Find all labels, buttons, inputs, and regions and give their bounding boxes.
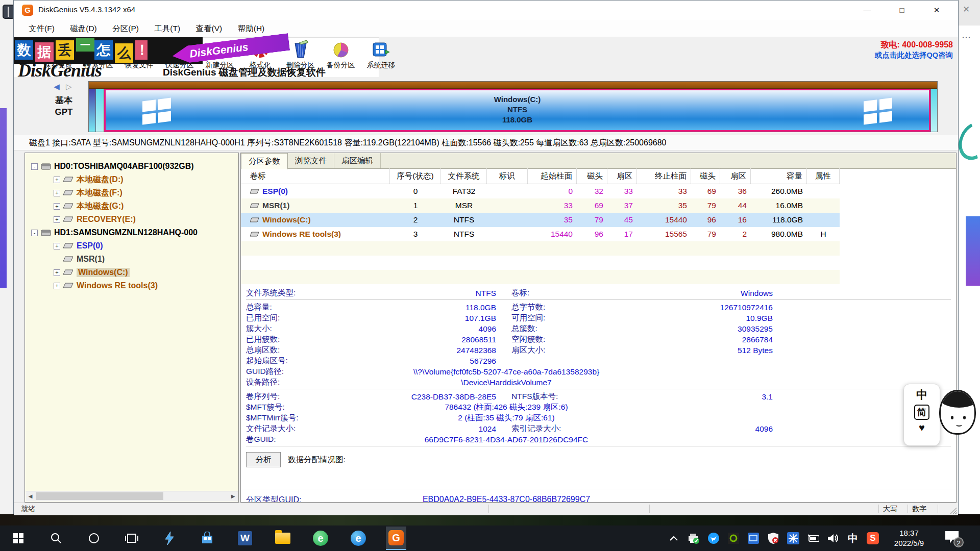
table-row-esp[interactable]: ESP(0) 0 FAT32 0 32 33 33 69 36 260.0MB xyxy=(241,184,840,198)
scroll-left-icon[interactable]: ◀ xyxy=(26,491,35,501)
cortana-button[interactable] xyxy=(84,527,104,550)
ime-status-panel[interactable]: 中 简 ♥ xyxy=(903,384,940,446)
app-file-explorer[interactable] xyxy=(273,527,293,550)
partition-detail-panel: 分区参数 浏览文件 扇区编辑 卷标 序号(状态) 文件系统 标识 起始柱面 磁头… xyxy=(240,153,957,503)
tray-speaker-icon[interactable] xyxy=(827,532,839,545)
partition-name: Windows(C:) xyxy=(106,94,929,105)
tray-intel-icon[interactable] xyxy=(747,532,760,545)
title-bar[interactable]: G DiskGenius V5.4.3.1342 x64 — □ ✕ xyxy=(14,1,958,20)
background-menu-dots-icon[interactable]: ⋯ xyxy=(962,32,971,43)
tray-chevron-up-icon[interactable] xyxy=(668,532,680,545)
tree-item-local-g[interactable]: + 本地磁盘(G:) xyxy=(25,200,124,212)
partition-esp-sliver[interactable] xyxy=(89,89,96,132)
tree-item-local-f[interactable]: + 本地磁盘(F:) xyxy=(25,187,122,199)
app-diskgenius-active[interactable]: G xyxy=(386,527,406,550)
tab-strip: 分区参数 浏览文件 扇区编辑 xyxy=(241,153,956,169)
ad-tile: ！ xyxy=(135,40,148,60)
partition-icon xyxy=(63,269,74,276)
app-store[interactable] xyxy=(197,527,217,550)
app-word[interactable]: W xyxy=(235,527,255,550)
divider xyxy=(241,489,956,489)
folder-icon xyxy=(275,533,290,544)
tree-item-recovery-e[interactable]: + RECOVERY(E:) xyxy=(25,213,136,226)
tray-printer-icon[interactable] xyxy=(688,532,700,545)
expand-icon[interactable]: + xyxy=(54,177,60,183)
menu-file[interactable]: 文件(F) xyxy=(22,20,61,37)
tree-item-hd1[interactable]: - HD1:SAMSUNGMZNLN128HAHQ-000 xyxy=(25,227,198,239)
desktop-left-strip xyxy=(0,0,13,514)
backup-partition-button[interactable]: 备份分区 xyxy=(321,38,361,75)
taskbar-clock[interactable]: 18:37 2022/5/9 xyxy=(887,528,931,548)
taskbar-search-button[interactable] xyxy=(46,527,66,550)
task-view-button[interactable] xyxy=(121,527,142,550)
notification-badge: 2 xyxy=(953,537,964,547)
scroll-right-icon[interactable]: ▶ xyxy=(228,491,238,501)
analyze-button[interactable]: 分析 xyxy=(246,452,281,467)
partition-re-sliver[interactable] xyxy=(930,89,937,132)
expand-icon[interactable]: + xyxy=(54,203,60,210)
app-green-browser[interactable]: e xyxy=(310,527,331,550)
scrollbar-thumb[interactable] xyxy=(36,492,163,500)
menu-disk[interactable]: 磁盘(D) xyxy=(63,20,104,37)
ad-tile: 据 xyxy=(35,42,54,62)
table-row-windows-re[interactable]: Windows RE tools(3) 3 NTFS 15440 96 17 1… xyxy=(241,227,840,241)
start-button[interactable] xyxy=(8,527,29,550)
tree-item-hd0[interactable]: - HD0:TOSHIBAMQ04ABF100(932GB) xyxy=(25,160,194,172)
tray-snowflake-icon[interactable] xyxy=(787,532,799,545)
tree-item-windows-c[interactable]: + Windows(C:) xyxy=(25,266,130,279)
table-row-msr[interactable]: MSR(1) 1 MSR 33 69 37 35 79 44 16.0MB xyxy=(241,198,840,213)
ime-simplified-mode[interactable]: 简 xyxy=(914,405,929,420)
menu-help[interactable]: 帮助(H) xyxy=(231,20,272,37)
tree-item-windows-re[interactable]: + Windows RE tools(3) xyxy=(25,280,158,292)
main-area: - HD0:TOSHIBAMQ04ABF100(932GB) + 本地磁盘(D:… xyxy=(14,151,958,503)
partition-windows-c[interactable]: Windows(C:) NTFS 118.0GB xyxy=(104,89,930,132)
tray-sogou-icon[interactable]: S xyxy=(867,532,879,545)
action-center-button[interactable]: 2 xyxy=(945,531,961,544)
expand-icon[interactable]: + xyxy=(54,283,60,289)
minimize-button[interactable]: — xyxy=(850,1,885,20)
maximize-button[interactable]: □ xyxy=(885,1,919,20)
tray-security-shield-icon[interactable] xyxy=(767,532,779,545)
collapse-icon[interactable]: - xyxy=(31,163,38,170)
collapse-icon[interactable]: - xyxy=(31,230,38,236)
table-row-windows-c-selected[interactable]: Windows(C:) 2 NTFS 35 79 45 15440 96 16 … xyxy=(241,213,840,227)
tray-battery-icon[interactable] xyxy=(807,532,819,545)
resize-grip[interactable] xyxy=(949,507,957,514)
tab-sector-edit[interactable]: 扇区编辑 xyxy=(334,153,381,168)
system-migrate-button[interactable]: 系统迁移 xyxy=(361,38,401,75)
menu-tools[interactable]: 工具(T) xyxy=(148,20,187,37)
ime-chinese-mode[interactable]: 中 xyxy=(904,387,940,403)
tray-ime-icon[interactable]: 中 xyxy=(847,532,859,545)
tree-item-msr[interactable]: MSR(1) xyxy=(25,253,105,265)
expand-icon[interactable]: + xyxy=(54,190,60,196)
tray-nvidia-icon[interactable] xyxy=(727,532,740,545)
menu-partition[interactable]: 分区(P) xyxy=(106,20,145,37)
tree-horizontal-scrollbar[interactable]: ◀ ▶ xyxy=(26,491,238,502)
disk-next-icon[interactable]: ▷ xyxy=(66,82,74,91)
menu-view[interactable]: 查看(V) xyxy=(189,20,229,37)
partition-msr-sliver[interactable] xyxy=(96,89,104,132)
disk-prev-icon[interactable]: ◀ xyxy=(54,82,62,91)
disk-bar-header xyxy=(89,82,937,89)
tree-item-local-d[interactable]: + 本地磁盘(D:) xyxy=(25,173,124,186)
partition-icon xyxy=(63,203,74,209)
partition-fs: NTFS xyxy=(106,105,929,115)
ime-heart-icon[interactable]: ♥ xyxy=(904,422,940,434)
background-close-icon[interactable]: ✕ xyxy=(963,4,970,15)
ad-tile: 么 xyxy=(115,43,133,63)
close-button[interactable]: ✕ xyxy=(919,1,954,20)
expand-icon[interactable]: + xyxy=(54,216,60,223)
expand-icon[interactable]: + xyxy=(54,269,60,276)
tab-partition-params[interactable]: 分区参数 xyxy=(241,153,288,169)
window-title: DiskGenius V5.4.3.1342 x64 xyxy=(38,5,135,14)
app-edge[interactable]: e xyxy=(348,527,369,550)
expand-icon[interactable]: + xyxy=(54,243,60,249)
partition-size: 118.0GB xyxy=(106,115,929,125)
tree-item-esp[interactable]: + ESP(0) xyxy=(25,240,103,252)
partition-icon xyxy=(63,243,74,249)
partition-icon xyxy=(63,256,74,262)
tray-dingtalk-icon[interactable] xyxy=(707,532,720,545)
app-lightning[interactable] xyxy=(159,527,180,550)
tab-browse-files[interactable]: 浏览文件 xyxy=(288,153,334,168)
word-icon: W xyxy=(238,531,252,545)
